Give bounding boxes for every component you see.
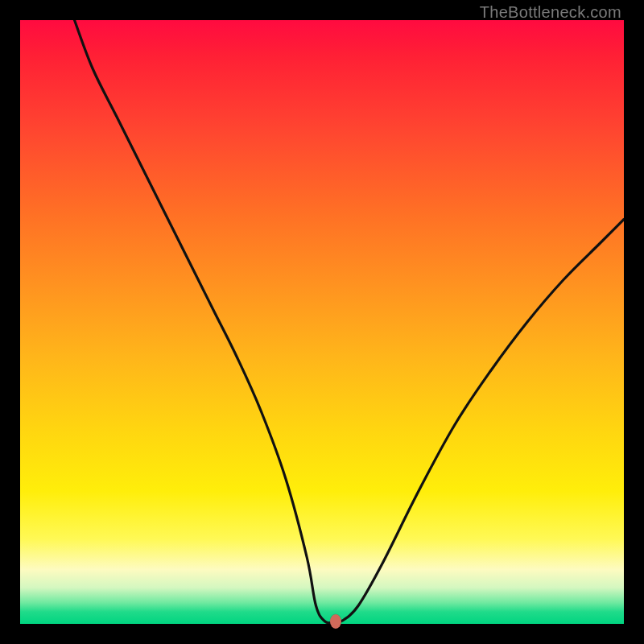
chart-frame: TheBottleneck.com [0, 0, 644, 644]
bottleneck-curve-path [75, 20, 625, 623]
plot-area [20, 20, 624, 624]
minimum-marker [330, 614, 341, 629]
watermark-text: TheBottleneck.com [480, 3, 621, 22]
curve-svg [20, 20, 624, 624]
